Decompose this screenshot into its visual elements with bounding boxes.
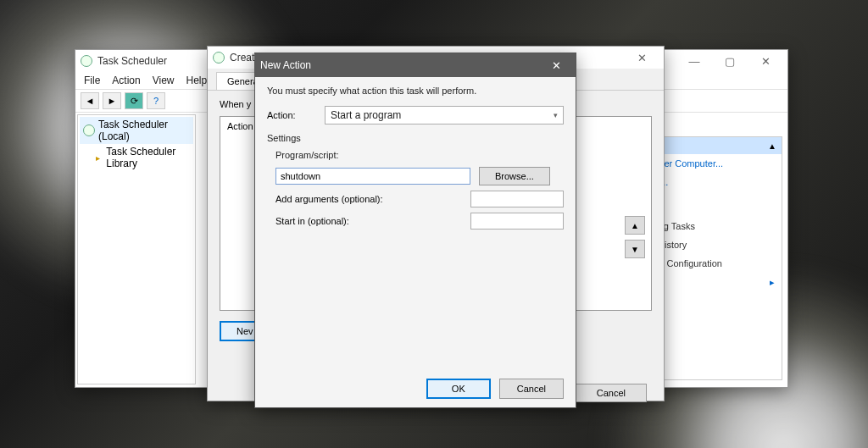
- cancel-button[interactable]: Cancel: [576, 384, 647, 402]
- close-button[interactable]: ✕: [542, 55, 570, 75]
- cancel-button[interactable]: Cancel: [499, 379, 564, 399]
- collapse-icon[interactable]: ▲: [768, 141, 776, 151]
- folder-icon: ▸: [93, 152, 103, 163]
- ok-button[interactable]: OK: [426, 379, 491, 399]
- menu-file[interactable]: File: [84, 75, 100, 86]
- minimize-button[interactable]: —: [677, 51, 711, 71]
- tree-lib-label: Task Scheduler Library: [106, 146, 190, 169]
- menu-action[interactable]: Action: [112, 75, 140, 86]
- menu-help[interactable]: Help: [186, 75, 208, 86]
- startin-label: Start in (optional):: [275, 216, 462, 226]
- settings-heading: Settings: [267, 133, 564, 143]
- clock-icon: [213, 52, 225, 64]
- toolbar-refresh-button[interactable]: ⟳: [125, 92, 143, 109]
- nav-fwd-button[interactable]: ►: [103, 92, 121, 109]
- browse-button[interactable]: Browse...: [479, 167, 550, 185]
- close-button[interactable]: ✕: [748, 51, 782, 71]
- na-instruction: You must specify what action this task w…: [267, 86, 564, 96]
- close-button[interactable]: ✕: [625, 47, 659, 68]
- program-script-input[interactable]: [275, 168, 470, 185]
- clock-icon: [81, 55, 92, 67]
- arguments-input[interactable]: [470, 191, 564, 207]
- reorder-controls: ▲ ▼: [625, 216, 645, 258]
- action-label: Action:: [267, 110, 316, 120]
- move-up-button[interactable]: ▲: [625, 216, 645, 235]
- nav-back-button[interactable]: ◄: [81, 92, 99, 109]
- new-action-dialog: New Action ✕ You must specify what actio…: [254, 53, 576, 408]
- maximize-button[interactable]: ▢: [713, 51, 747, 71]
- tree-root[interactable]: Task Scheduler (Local): [80, 117, 193, 144]
- tree-library[interactable]: ▸ Task Scheduler Library: [80, 144, 193, 171]
- na-titlebar[interactable]: New Action ✕: [255, 53, 576, 77]
- action-selected-value: Start a program: [331, 109, 401, 121]
- tree-root-label: Task Scheduler (Local): [98, 119, 190, 142]
- program-label: Program/script:: [275, 150, 564, 160]
- args-label: Add arguments (optional):: [275, 194, 462, 204]
- tree-panel: Task Scheduler (Local) ▸ Task Scheduler …: [77, 114, 196, 384]
- chevron-down-icon: ▾: [554, 111, 558, 119]
- move-down-button[interactable]: ▼: [625, 240, 645, 258]
- start-in-input[interactable]: [470, 213, 564, 230]
- clock-icon: [83, 124, 95, 136]
- action-dropdown[interactable]: Start a program ▾: [325, 106, 564, 124]
- toolbar-help-button[interactable]: ?: [147, 92, 165, 109]
- menu-view[interactable]: View: [153, 75, 175, 86]
- na-title: New Action: [260, 59, 542, 71]
